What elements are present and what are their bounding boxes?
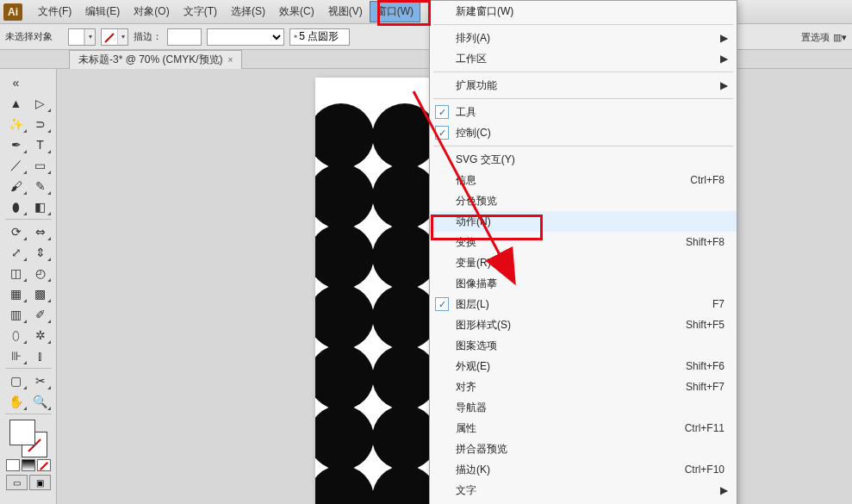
svg-point-4 (372, 164, 438, 229)
check-icon: ✓ (435, 126, 449, 140)
menu-item-0[interactable]: 新建窗口(W) (430, 1, 737, 22)
pen-tool[interactable]: ✒ (4, 134, 28, 155)
pencil-tool[interactable]: ✎ (28, 176, 53, 196)
menu-item-15[interactable]: 变量(R) (430, 252, 737, 273)
menu-item-14[interactable]: 变换Shift+F8 (430, 232, 737, 252)
screen-mode-full[interactable]: ▣ (29, 475, 51, 490)
menu-item-7[interactable]: ✓工具 (430, 102, 737, 122)
svg-point-6 (315, 224, 374, 289)
menu-item-label: 排列(A) (456, 31, 490, 46)
menu-item-5[interactable]: 扩展功能▶ (430, 75, 737, 96)
menu-item-label: 新建窗口(W) (456, 4, 513, 19)
color-mode-solid[interactable] (6, 459, 20, 471)
column-graph-tool[interactable]: ⊪ (4, 345, 28, 366)
menu-item-16[interactable]: 图像描摹 (430, 273, 737, 294)
screen-mode-normal[interactable]: ▭ (6, 475, 28, 490)
type-tool[interactable]: T (28, 134, 53, 155)
stroke-swatch[interactable] (101, 28, 128, 46)
color-mode-row (6, 459, 51, 471)
menu-item-21[interactable]: 对齐Shift+F7 (430, 376, 737, 397)
symbol-sprayer-tool[interactable]: ✲ (28, 325, 53, 345)
close-tab-icon[interactable]: × (228, 55, 233, 65)
scale-tool[interactable]: ⤢ (4, 242, 28, 263)
menu-item-11[interactable]: 信息Ctrl+F8 (430, 170, 737, 190)
perspective-tool[interactable]: ▦ (4, 283, 28, 304)
document-tab[interactable]: 未标题-3* @ 70% (CMYK/预览) × (69, 50, 242, 69)
menu-item-23[interactable]: 属性Ctrl+F11 (430, 418, 737, 439)
menu-item-8[interactable]: ✓控制(C) (430, 122, 737, 143)
artboard-tool[interactable]: ▢ (4, 370, 28, 391)
mesh-tool[interactable]: ▩ (28, 283, 53, 304)
submenu-arrow-icon: ▶ (720, 32, 728, 44)
menu-type[interactable]: 文字(T) (177, 1, 224, 22)
fill-stroke-indicator[interactable] (9, 420, 47, 457)
graph-tool[interactable]: ⫿ (28, 345, 53, 366)
menu-select[interactable]: 选择(S) (224, 1, 272, 22)
paintbrush-tool[interactable]: 🖌 (4, 176, 28, 196)
menu-item-22[interactable]: 导航器 (430, 397, 737, 418)
menu-item-label: 控制(C) (456, 126, 491, 140)
eraser-tool[interactable]: ◧ (28, 196, 53, 217)
no-selection-label: 未选择对象 (5, 30, 53, 43)
slice-tool[interactable]: ✂ (28, 370, 53, 391)
menu-item-20[interactable]: 外观(E)Shift+F6 (430, 356, 737, 376)
menu-item-12[interactable]: 分色预览 (430, 190, 737, 211)
menu-item-26[interactable]: 文字▶ (430, 480, 737, 501)
stroke-style-select[interactable] (207, 28, 284, 46)
menu-item-27[interactable]: 文档信息(M) (430, 501, 737, 504)
color-mode-none[interactable] (37, 459, 51, 471)
menu-item-label: 工作区 (456, 52, 487, 66)
fill-color-box[interactable] (9, 420, 35, 445)
eyedropper-tool[interactable]: ✐ (28, 304, 53, 325)
menu-item-label: 描边(K) (456, 463, 490, 477)
selection-tool[interactable]: ▲ (4, 93, 28, 114)
lasso-tool[interactable]: ⊃ (28, 114, 53, 134)
gradient-tool[interactable]: ▥ (4, 304, 28, 325)
menu-item-13[interactable]: 动作(N) (430, 211, 737, 232)
menu-item-shortcut: Ctrl+F8 (690, 174, 725, 186)
menu-separator (433, 24, 733, 25)
width-tool[interactable]: ⇕ (28, 242, 53, 263)
rotate-tool[interactable]: ⟳ (4, 221, 28, 242)
panel-menu-icon[interactable]: ▥▾ (833, 32, 847, 43)
color-mode-gradient[interactable] (22, 459, 35, 471)
hand-tool[interactable]: ✋ (4, 391, 28, 412)
menu-item-2[interactable]: 排列(A)▶ (430, 28, 737, 48)
reflect-tool[interactable]: ⇔ (28, 221, 53, 242)
blend-tool[interactable]: ⬯ (4, 325, 28, 345)
direct-selection-tool[interactable]: ▷ (28, 93, 53, 114)
menu-item-17[interactable]: ✓图层(L)F7 (430, 294, 737, 314)
menu-view[interactable]: 视图(V) (321, 1, 370, 22)
menu-item-shortcut: Ctrl+F11 (685, 422, 725, 434)
stroke-weight-input[interactable] (167, 28, 202, 46)
magic-wand-tool[interactable]: ✨ (4, 114, 28, 134)
menu-item-25[interactable]: 描边(K)Ctrl+F10 (430, 459, 737, 480)
menu-item-24[interactable]: 拼合器预览 (430, 439, 737, 459)
menu-item-19[interactable]: 图案选项 (430, 335, 737, 356)
menu-effect[interactable]: 效果(C) (272, 1, 321, 22)
blob-brush-tool[interactable]: ⬮ (4, 196, 28, 217)
submenu-arrow-icon: ▶ (720, 53, 728, 65)
menu-item-label: 属性 (456, 421, 476, 436)
menu-item-18[interactable]: 图形样式(S)Shift+F5 (430, 314, 737, 335)
menu-item-label: 拼合器预览 (456, 442, 507, 457)
panel-collapse-icon[interactable]: « (4, 72, 28, 93)
fill-swatch[interactable] (68, 28, 96, 46)
svg-point-13 (372, 345, 438, 410)
brush-preset[interactable]: • 5 点圆形 (289, 28, 350, 46)
menu-item-10[interactable]: SVG 交互(Y) (430, 149, 737, 170)
setup-options-label[interactable]: 置选项 (801, 31, 830, 44)
panel-spacer (28, 72, 53, 93)
rectangle-tool[interactable]: ▭ (28, 155, 53, 176)
shape-builder-tool[interactable]: ◴ (28, 263, 53, 283)
menu-edit[interactable]: 编辑(E) (78, 1, 127, 22)
menu-object[interactable]: 对象(O) (127, 1, 176, 22)
menu-file[interactable]: 文件(F) (31, 1, 78, 22)
zoom-tool[interactable]: 🔍 (28, 391, 53, 412)
menu-item-3[interactable]: 工作区▶ (430, 48, 737, 69)
menu-item-label: 工具 (456, 105, 476, 120)
brush-preset-label: 5 点圆形 (299, 29, 339, 44)
free-transform-tool[interactable]: ◫ (4, 263, 28, 283)
menu-window[interactable]: 窗口(W) (370, 1, 420, 22)
line-tool[interactable]: ／ (4, 155, 28, 176)
